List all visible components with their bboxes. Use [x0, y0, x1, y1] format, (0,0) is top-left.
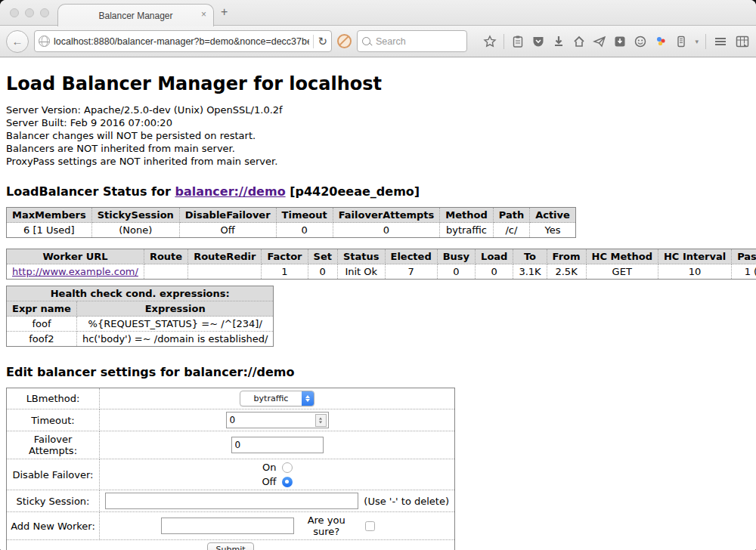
sticky-session-input[interactable] [105, 493, 358, 509]
tab-close-icon[interactable]: × [201, 9, 206, 20]
column-header: Elected [385, 249, 437, 264]
zoom-window-button[interactable] [40, 8, 49, 17]
sticky-session-row: Sticky Session: (Use '-' to delete) [7, 490, 455, 512]
notice-line: ProxyPass settings are NOT inherited fro… [6, 155, 750, 168]
column-header: Set [308, 249, 337, 264]
table-cell: 0 [437, 264, 475, 280]
table-cell: bytraffic [440, 223, 493, 238]
submit-button[interactable]: Submit [207, 542, 253, 550]
health-check-table: Health check cond. expressions: Expr nam… [6, 286, 274, 347]
disable-failover-off-radio[interactable] [282, 477, 293, 487]
search-input[interactable] [374, 36, 462, 48]
table-cell: 3.1K [513, 264, 547, 280]
notice-line: Balancers are NOT inherited from main se… [6, 142, 750, 155]
page-content: Load Balancer Manager for localhost Serv… [0, 73, 756, 550]
notice-line: Balancer changes will NOT be persisted o… [6, 129, 750, 142]
table-cell: 1 [262, 264, 308, 280]
worker-url-link[interactable]: http://www.example.com/ [12, 266, 138, 277]
menu-icon[interactable] [713, 35, 728, 48]
column-header: DisableFailover [179, 208, 276, 223]
screenshot-icon[interactable] [735, 35, 750, 48]
number-spinner-icon[interactable] [315, 414, 327, 427]
column-header: HC Method [586, 249, 658, 264]
server-info: Server Version: Apache/2.5.0-dev (Unix) … [6, 104, 750, 168]
lbmethod-select[interactable]: bytraffic [240, 391, 314, 406]
add-worker-label: Add New Worker: [7, 512, 100, 540]
disable-failover-on-radio[interactable] [282, 462, 293, 473]
star-icon[interactable] [483, 35, 497, 48]
column-header: MaxMembers [7, 208, 92, 223]
column-header: Passes [732, 249, 756, 264]
table-cell [144, 264, 187, 280]
column-header: RouteRedir [188, 249, 262, 264]
download-box-icon[interactable] [613, 35, 627, 48]
minimize-window-button[interactable] [25, 8, 34, 17]
table-cell: Off [179, 223, 276, 238]
are-you-sure-checkbox[interactable] [365, 521, 375, 531]
failover-attempts-input[interactable] [231, 437, 324, 453]
table-cell: Yes [530, 223, 576, 238]
tab-balancer-manager[interactable]: Balancer Manager × [57, 4, 214, 26]
table-cell: 0 [308, 264, 337, 280]
toolbar-buttons: ▾ [472, 34, 750, 49]
health-table-title: Health check cond. expressions: [7, 286, 274, 301]
send-icon[interactable] [593, 35, 606, 48]
column-header: Path [493, 208, 529, 223]
smiley-icon[interactable] [634, 35, 647, 48]
column-header: Expr name [7, 301, 77, 317]
column-header: Timeout [276, 208, 333, 223]
table-cell: 0 [333, 223, 440, 238]
column-header: HC Interval [658, 249, 731, 264]
sticky-session-label: Sticky Session: [7, 490, 100, 512]
download-icon[interactable] [552, 35, 565, 48]
timeout-input[interactable] [226, 412, 329, 428]
column-header: Expression [76, 301, 274, 317]
block-icon[interactable] [337, 34, 352, 48]
home-icon[interactable] [572, 35, 586, 48]
status-heading-suffix: [p4420eeae_demo] [286, 184, 420, 199]
server-built-line: Server Built: Feb 9 2016 07:00:20 [6, 116, 750, 129]
add-worker-row: Add New Worker: Are you sure? [7, 512, 455, 540]
table-cell: 10 [658, 264, 731, 280]
column-header: Load [476, 249, 513, 264]
url-text[interactable]: localhost:8880/balancer-manager?b=demo&n… [54, 36, 309, 47]
table-cell: GET [586, 264, 658, 280]
table-cell: /c/ [493, 223, 529, 238]
edit-settings-heading: Edit balancer settings for balancer://de… [6, 365, 750, 379]
timeout-row: Timeout: [7, 409, 455, 431]
new-tab-button[interactable]: + [221, 5, 228, 19]
column-header: FailoverAttempts [333, 208, 440, 223]
balancer-demo-link[interactable]: balancer://demo [175, 184, 285, 199]
column-header: Busy [437, 249, 475, 264]
close-window-button[interactable] [10, 8, 19, 17]
table-cell: (None) [91, 223, 179, 238]
balancer-settings-form: LBmethod: bytraffic Timeout: [6, 388, 455, 550]
table-cell: Init Ok [337, 264, 385, 280]
globe-icon [39, 36, 50, 47]
loadbalancer-status-heading: LoadBalancer Status for balancer://demo … [6, 184, 750, 199]
dropdown-caret-icon[interactable]: ▾ [695, 38, 699, 45]
search-bar[interactable] [357, 30, 467, 52]
are-you-sure-label: Are you sure? [294, 514, 359, 537]
pocket-icon[interactable] [531, 35, 545, 48]
table-cell: 2.5K [547, 264, 586, 280]
notes-icon[interactable] [674, 35, 688, 48]
disable-failover-label: Disable Failover: [7, 459, 100, 490]
add-worker-input[interactable] [161, 518, 294, 534]
palette-icon[interactable] [654, 35, 668, 48]
radio-on-label: On [262, 462, 276, 473]
tab-title: Balancer Manager [98, 11, 172, 21]
table-cell: 6 [1 Used] [7, 223, 92, 238]
lbmethod-row: LBmethod: bytraffic [7, 388, 455, 409]
expression-cell: %{REQUEST_STATUS} =~ /^[234]/ [76, 317, 274, 332]
column-header: From [547, 249, 586, 264]
select-stepper-icon [302, 391, 314, 406]
window-controls [10, 8, 49, 17]
table-cell: 0 [276, 223, 333, 238]
clipboard-icon[interactable] [511, 35, 525, 48]
expr-name-cell: foof [7, 317, 77, 332]
url-bar[interactable]: localhost:8880/balancer-manager?b=demo&n… [34, 30, 332, 52]
column-header: To [513, 249, 547, 264]
reload-icon[interactable]: ↻ [318, 36, 327, 47]
back-button[interactable]: ← [6, 30, 29, 53]
